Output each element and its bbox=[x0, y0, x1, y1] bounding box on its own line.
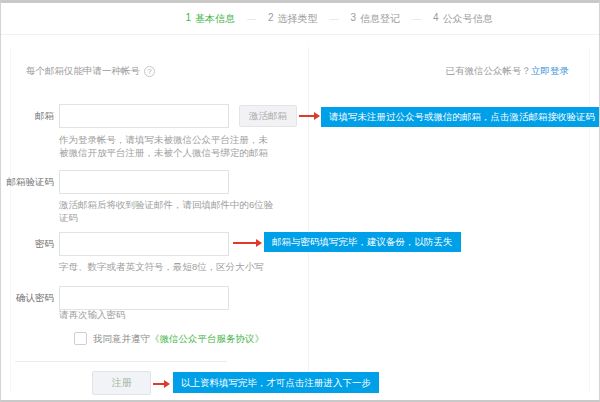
email-label: 邮箱 bbox=[1, 110, 54, 123]
login-now-link[interactable]: 立即登录 bbox=[531, 65, 569, 76]
email-limit-note: 每个邮箱仅能申请一种帐号 ? bbox=[26, 65, 155, 78]
step-separator: — bbox=[247, 14, 256, 24]
email-help-line2: 被微信开放平台注册，未被个人微信号绑定的邮箱 bbox=[59, 147, 268, 160]
service-agreement-link[interactable]: 《微信公众平台服务协议》 bbox=[150, 333, 264, 344]
step-choose-type: 2 选择类型 bbox=[268, 12, 318, 26]
email-annotation-callout: 请填写未注册过公众号或微信的邮箱，点击激活邮箱接收验证码 bbox=[321, 107, 600, 127]
red-arrow bbox=[153, 379, 170, 388]
register-annotation-callout: 以上资料填写完毕，才可点击注册进入下一步 bbox=[173, 372, 379, 393]
confirm-password-label: 确认密码 bbox=[1, 292, 54, 305]
step-separator: — bbox=[330, 14, 339, 24]
password-input[interactable] bbox=[59, 232, 229, 256]
agreement-label: 我同意并遵守 bbox=[93, 333, 150, 344]
prompt-text: 已有微信公众帐号？ bbox=[446, 65, 532, 76]
email-code-help-line1: 激活邮箱后将收到验证邮件，请回填邮件中的6位验 bbox=[59, 199, 273, 212]
email-code-help-line2: 证码 bbox=[59, 212, 78, 225]
step-basic-info: 1 基本信息 bbox=[185, 12, 235, 26]
wechat-registration-page: 1 基本信息 — 2 选择类型 — 3 信息登记 — 4 公众号信息 每个邮箱仅… bbox=[0, 0, 600, 402]
email-input[interactable] bbox=[59, 104, 229, 128]
step-number: 4 bbox=[433, 12, 439, 26]
steps-bar: 1 基本信息 — 2 选择类型 — 3 信息登记 — 4 公众号信息 bbox=[1, 3, 599, 35]
password-help: 字母、数字或者英文符号，最短8位，区分大小写 bbox=[59, 261, 264, 274]
red-arrow bbox=[233, 238, 262, 247]
step-separator: — bbox=[412, 14, 421, 24]
activate-email-button[interactable]: 激活邮箱 bbox=[239, 105, 297, 127]
confirm-password-input[interactable] bbox=[59, 286, 229, 310]
row-divider bbox=[15, 361, 227, 362]
step-number: 1 bbox=[185, 12, 191, 26]
step-number: 3 bbox=[351, 12, 357, 26]
note-text: 每个邮箱仅能申请一种帐号 bbox=[26, 65, 140, 78]
table-border-right bbox=[589, 47, 590, 392]
register-button[interactable]: 注册 bbox=[92, 371, 151, 395]
step-number: 2 bbox=[268, 12, 274, 26]
email-code-input[interactable] bbox=[59, 170, 229, 194]
password-label: 密码 bbox=[1, 238, 54, 251]
step-account-info: 4 公众号信息 bbox=[433, 12, 493, 26]
confirm-password-help: 请再次输入密码 bbox=[59, 309, 126, 322]
step-label: 公众号信息 bbox=[443, 12, 493, 26]
existing-account-prompt: 已有微信公众帐号？立即登录 bbox=[446, 65, 570, 78]
agreement-text: 我同意并遵守《微信公众平台服务协议》 bbox=[93, 333, 264, 346]
step-label: 选择类型 bbox=[278, 12, 318, 26]
red-arrow bbox=[299, 111, 320, 120]
password-annotation-callout: 邮箱与密码填写完毕，建议备份，以防丢失 bbox=[264, 232, 461, 252]
table-border-left bbox=[10, 47, 11, 392]
step-label: 信息登记 bbox=[360, 12, 400, 26]
help-question-icon[interactable]: ? bbox=[144, 66, 155, 77]
step-info-registration: 3 信息登记 bbox=[351, 12, 401, 26]
agreement-checkbox[interactable] bbox=[74, 332, 87, 345]
step-label: 基本信息 bbox=[195, 12, 235, 26]
email-code-label: 邮箱验证码 bbox=[1, 176, 54, 189]
column-divider bbox=[308, 47, 309, 392]
email-help-line1: 作为登录帐号，请填写未被微信公众平台注册，未 bbox=[59, 134, 268, 147]
